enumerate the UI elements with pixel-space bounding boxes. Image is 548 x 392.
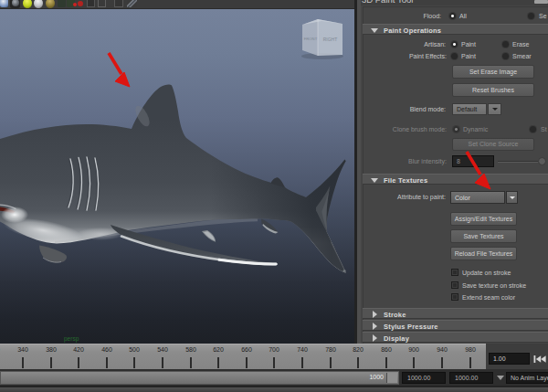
svg-text:FRONT: FRONT xyxy=(304,37,318,41)
svg-text:RIGHT: RIGHT xyxy=(323,37,338,42)
svg-text:persp: persp xyxy=(64,335,79,343)
